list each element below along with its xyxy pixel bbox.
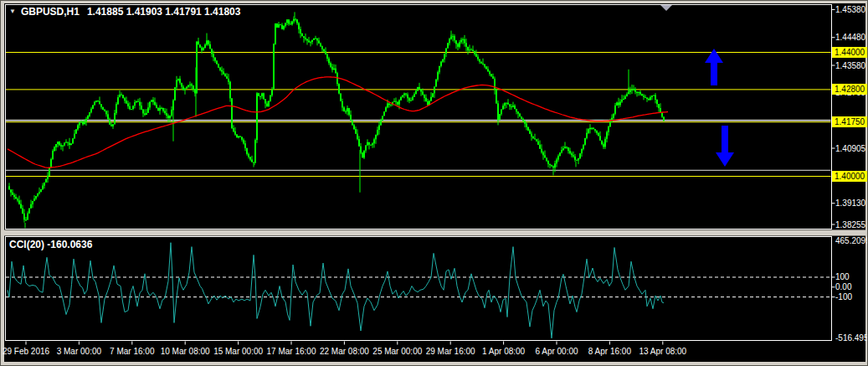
indicator-label: CCI(20) -160.0636 <box>9 239 92 250</box>
symbol-timeframe-label: GBPUSD,H1 <box>21 6 80 18</box>
panel-splitter[interactable] <box>1 229 868 236</box>
mt4-chart-window: ▼GBPUSD,H11.41885 1.41903 1.41791 1.4180… <box>0 0 868 366</box>
price-axis[interactable] <box>832 3 868 341</box>
time-axis[interactable] <box>4 341 832 361</box>
symbol-dropdown-icon[interactable]: ▼ <box>9 8 16 15</box>
ohlc-quotes: 1.41885 1.41903 1.41791 1.41803 <box>87 6 241 18</box>
chart-header: ▼GBPUSD,H11.41885 1.41903 1.41791 1.4180… <box>9 6 240 18</box>
